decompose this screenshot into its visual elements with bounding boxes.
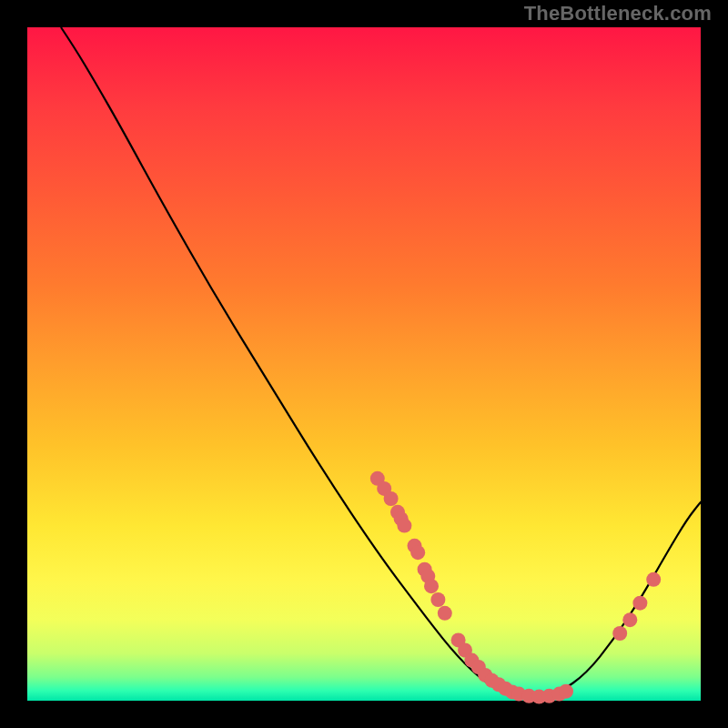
- watermark-text: TheBottleneck.com: [524, 2, 712, 25]
- curve-marker: [622, 612, 637, 627]
- curve-marker: [559, 684, 573, 699]
- curve-marker: [438, 606, 452, 621]
- curve-marker: [397, 519, 411, 533]
- plot-background: [27, 27, 701, 701]
- bottleneck-chart: [0, 0, 728, 728]
- curve-marker: [612, 626, 627, 641]
- curve-marker: [430, 592, 445, 607]
- curve-marker: [646, 572, 661, 587]
- curve-marker: [410, 545, 425, 560]
- curve-marker: [384, 491, 399, 506]
- curve-marker: [632, 596, 647, 611]
- curve-marker: [424, 579, 439, 593]
- chart-container: TheBottleneck.com: [0, 0, 728, 728]
